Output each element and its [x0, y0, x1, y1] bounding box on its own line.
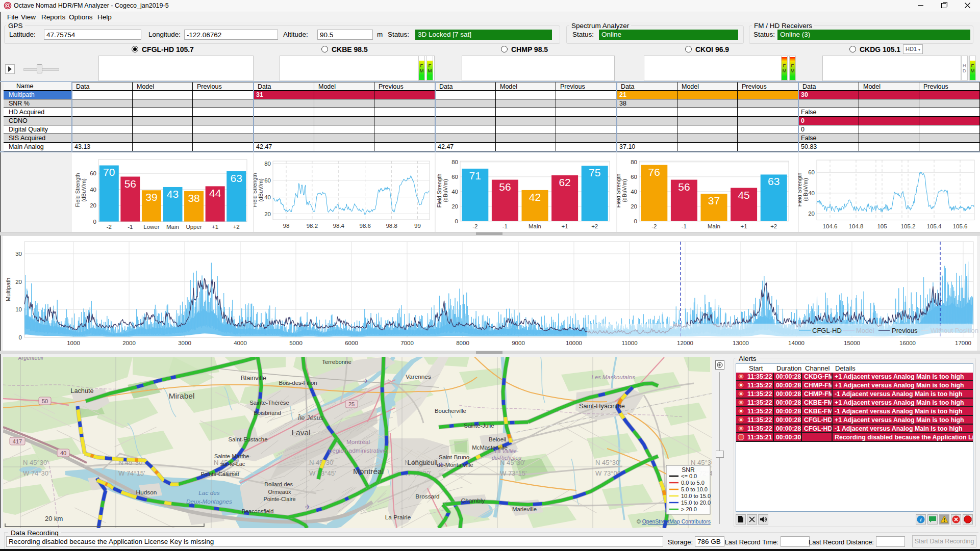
svg-text:9000: 9000: [512, 340, 525, 346]
svg-text:11000: 11000: [621, 340, 637, 346]
svg-text:Ormeaux: Ormeaux: [268, 489, 291, 495]
svg-text:Lac des: Lac des: [198, 489, 220, 496]
svg-text:10: 10: [15, 306, 22, 312]
svg-text:La Vallée-: La Vallée-: [495, 449, 519, 454]
svg-text:Lachute: Lachute: [70, 387, 93, 395]
svg-text:Pointe-Claire: Pointe-Claire: [263, 496, 295, 502]
svg-text:20: 20: [15, 279, 22, 285]
svg-text:Île Jésus: Île Jésus: [298, 414, 324, 422]
svg-text:Sainte-Julie: Sainte-Julie: [464, 423, 494, 429]
svg-text:Dollard-des-: Dollard-des-: [264, 481, 295, 487]
svg-text:25: 25: [348, 401, 355, 407]
svg-text:13000: 13000: [733, 340, 749, 346]
svg-text:Bois-des-Filion: Bois-des-Filion: [279, 380, 317, 386]
svg-text:W 73°45': W 73°45': [309, 469, 336, 477]
svg-text:Marieville: Marieville: [512, 506, 537, 512]
svg-text:Saint-Bruno-: Saint-Bruno-: [439, 454, 471, 460]
svg-text:7000: 7000: [400, 340, 414, 346]
svg-text:10000: 10000: [566, 340, 582, 346]
svg-text:Montréal: Montréal: [346, 438, 370, 445]
svg-text:Brossard: Brossard: [415, 493, 439, 500]
svg-text:16000: 16000: [899, 340, 916, 346]
svg-text:0.0 to 5.0: 0.0 to 5.0: [681, 480, 705, 486]
svg-text:✈: ✈: [439, 461, 444, 468]
svg-text:<= 0.0: <= 0.0: [681, 473, 697, 479]
svg-text:Blainville: Blainville: [241, 374, 266, 382]
svg-text:5.0 to 10.0: 5.0 to 10.0: [681, 486, 708, 492]
svg-text:Longueuil: Longueuil: [407, 459, 437, 466]
svg-text:50: 50: [42, 398, 48, 404]
svg-text:W 74°15': W 74°15': [118, 469, 145, 477]
svg-text:> 20.0: > 20.0: [681, 506, 697, 512]
svg-text:2000: 2000: [122, 340, 136, 346]
svg-text:Terrebonne: Terrebonne: [322, 359, 351, 365]
svg-text:Without Position: Without Position: [931, 327, 978, 334]
svg-text:Beloeil: Beloeil: [489, 436, 506, 442]
svg-text:Les Maskoutains: Les Maskoutains: [591, 374, 635, 380]
svg-text:1000: 1000: [67, 340, 80, 346]
svg-text:Model: Model: [856, 327, 874, 334]
svg-text:La Prairie: La Prairie: [385, 514, 411, 521]
svg-text:!: !: [943, 517, 945, 523]
svg-text:6000: 6000: [345, 340, 358, 346]
svg-text:Boisbriand: Boisbriand: [254, 410, 281, 416]
svg-text:Sainte-Thérèse: Sainte-Thérèse: [249, 400, 289, 406]
svg-text:15000: 15000: [844, 340, 860, 346]
svg-text:Hudson: Hudson: [136, 489, 157, 496]
svg-text:30: 30: [15, 251, 22, 257]
svg-text:Multipath: Multipath: [5, 278, 11, 302]
svg-text:du-Richelieu: du-Richelieu: [492, 455, 521, 461]
svg-text:Previous: Previous: [892, 327, 918, 334]
svg-text:Deux-Montagnes: Deux-Montagnes: [186, 498, 232, 505]
svg-text:sur-le-Lac: sur-le-Lac: [220, 461, 245, 467]
svg-text:(région administrative): (région administrative): [328, 447, 388, 454]
svg-text:14000: 14000: [788, 340, 805, 346]
svg-text:SNR: SNR: [682, 466, 695, 474]
svg-text:10.0 to 15.0: 10.0 to 15.0: [681, 493, 711, 499]
svg-text:20 km: 20 km: [45, 515, 63, 522]
svg-text:0: 0: [19, 334, 22, 340]
svg-text:417: 417: [13, 438, 22, 444]
svg-text:N 45°30': N 45°30': [595, 459, 621, 466]
svg-text:W 73°15': W 73°15': [500, 469, 526, 477]
svg-text:8000: 8000: [456, 340, 469, 346]
svg-text:Mirabel: Mirabel: [169, 391, 195, 400]
svg-text:Laval: Laval: [292, 428, 311, 437]
svg-text:12000: 12000: [677, 340, 693, 346]
svg-text:Saint-Hyacinthe: Saint-Hyacinthe: [579, 402, 625, 410]
svg-text:Varennes: Varennes: [406, 373, 431, 380]
svg-text:Saint-Eustache: Saint-Eustache: [228, 436, 267, 442]
svg-text:Pointe-Calumet: Pointe-Calumet: [200, 471, 239, 477]
svg-text:Montréal: Montréal: [353, 467, 384, 476]
svg-text:CFGL-HD: CFGL-HD: [812, 327, 842, 334]
svg-text:3000: 3000: [178, 340, 191, 346]
svg-text:40: 40: [60, 450, 66, 456]
svg-text:✈: ✈: [305, 503, 311, 511]
svg-text:Argenteuil: Argenteuil: [17, 357, 43, 361]
svg-text:✈: ✈: [363, 377, 369, 385]
svg-text:Sainte-Marthe-: Sainte-Marthe-: [214, 453, 251, 459]
svg-text:17000: 17000: [955, 340, 971, 346]
svg-text:© OpenStreetMap Contributors: © OpenStreetMap Contributors: [637, 518, 711, 524]
svg-text:Beaconsfield: Beaconsfield: [242, 508, 273, 514]
svg-text:4000: 4000: [234, 340, 247, 346]
svg-text:Boucherville: Boucherville: [435, 408, 466, 414]
svg-text:Chambly: Chambly: [461, 497, 485, 504]
svg-text:5000: 5000: [289, 340, 303, 346]
svg-text:15.0 to 20.0: 15.0 to 20.0: [681, 500, 711, 506]
svg-text:W 74°30': W 74°30': [23, 469, 49, 477]
svg-text:N 45°30': N 45°30': [23, 459, 48, 466]
